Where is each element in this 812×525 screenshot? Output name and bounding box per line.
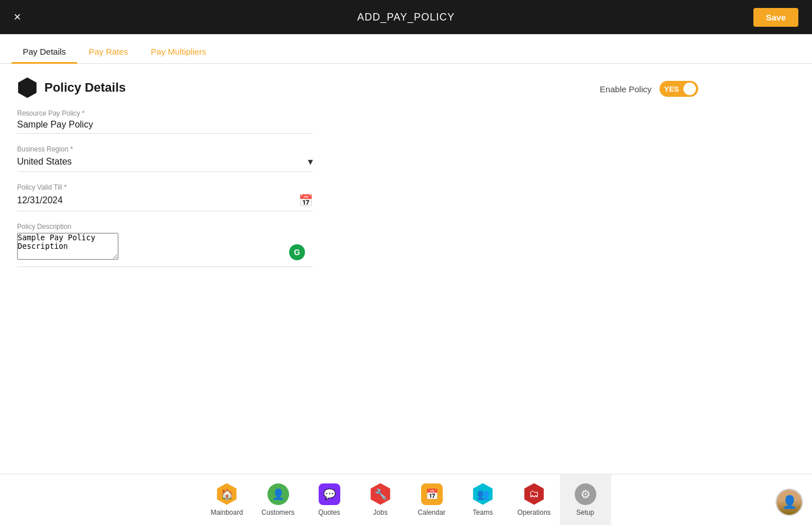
- bottom-nav: 🏠 Mainboard 👤 Customers 💬 Quotes 🔧 Jobs …: [0, 474, 812, 525]
- policy-valid-till-field: Policy Valid Till * 📅: [17, 183, 313, 211]
- enable-policy-toggle[interactable]: YES: [660, 81, 698, 97]
- nav-item-mainboard[interactable]: 🏠 Mainboard: [201, 474, 253, 526]
- teams-icon: 👥: [472, 483, 494, 505]
- nav-label-setup: Setup: [576, 508, 594, 516]
- tab-pay-details[interactable]: Pay Details: [11, 41, 77, 63]
- business-region-label: Business Region *: [17, 145, 313, 153]
- page-title: ADD_PAY_POLICY: [357, 11, 455, 23]
- enable-policy-area: Enable Policy YES: [600, 81, 698, 97]
- nav-label-operations: Operations: [517, 508, 551, 516]
- nav-item-customers[interactable]: 👤 Customers: [253, 474, 304, 526]
- grammarly-icon[interactable]: G: [289, 244, 305, 260]
- nav-label-calendar: Calendar: [418, 508, 446, 516]
- nav-item-operations[interactable]: 🗂 Operations: [509, 474, 560, 526]
- toggle-circle: [683, 83, 696, 95]
- nav-item-quotes[interactable]: 💬 Quotes: [304, 474, 355, 526]
- mainboard-icon: 🏠: [216, 483, 238, 505]
- quotes-icon: 💬: [319, 483, 340, 505]
- nav-label-customers: Customers: [261, 508, 294, 516]
- jobs-icon: 🔧: [370, 483, 391, 505]
- resource-pay-policy-value: [17, 120, 313, 134]
- resource-pay-policy-field: Resource Pay Policy *: [17, 109, 313, 134]
- save-button[interactable]: Save: [753, 8, 798, 27]
- setup-icon: ⚙: [575, 483, 596, 505]
- nav-label-jobs: Jobs: [373, 508, 388, 516]
- top-bar: × ADD_PAY_POLICY Save: [0, 0, 812, 34]
- business-region-field: Business Region * United States ▾: [17, 145, 313, 172]
- nav-item-teams[interactable]: 👥 Teams: [457, 474, 509, 526]
- policy-description-field: Policy Description G: [17, 223, 313, 267]
- policy-description-border: [17, 233, 313, 267]
- resource-pay-policy-label: Resource Pay Policy *: [17, 109, 313, 117]
- nav-label-quotes: Quotes: [318, 508, 340, 516]
- avatar-image: 👤: [777, 490, 802, 515]
- policy-valid-till-value: 📅: [17, 194, 313, 211]
- operations-icon: 🗂: [524, 483, 545, 505]
- nav-item-calendar[interactable]: 📅 Calendar: [406, 474, 457, 526]
- close-button[interactable]: ×: [14, 11, 21, 23]
- enable-policy-label: Enable Policy: [600, 84, 652, 94]
- section-hex-icon: [17, 77, 38, 98]
- toggle-yes-label: YES: [664, 85, 679, 93]
- nav-label-teams: Teams: [473, 508, 493, 516]
- business-region-dropdown-arrow[interactable]: ▾: [308, 155, 313, 168]
- policy-valid-till-label: Policy Valid Till *: [17, 183, 313, 191]
- avatar[interactable]: 👤: [776, 489, 803, 516]
- policy-description-label: Policy Description: [17, 223, 313, 231]
- resource-pay-policy-input[interactable]: [17, 120, 313, 130]
- business-region-value[interactable]: United States ▾: [17, 155, 313, 172]
- nav-item-jobs[interactable]: 🔧 Jobs: [355, 474, 406, 526]
- calendar-nav-icon: 📅: [421, 483, 443, 505]
- section-title: Policy Details: [44, 80, 126, 95]
- tab-pay-multipliers[interactable]: Pay Multipliers: [139, 41, 218, 63]
- nav-item-setup[interactable]: ⚙ Setup: [560, 474, 611, 526]
- main-content: Policy Details Enable Policy YES Resourc…: [0, 64, 812, 474]
- policy-valid-till-input[interactable]: [17, 195, 299, 206]
- policy-description-wrapper: G: [17, 233, 313, 267]
- tabs-bar: Pay Details Pay Rates Pay Multipliers: [0, 34, 812, 64]
- calendar-icon[interactable]: 📅: [299, 194, 313, 207]
- policy-description-input[interactable]: [17, 233, 118, 260]
- customers-icon: 👤: [267, 483, 289, 505]
- tab-pay-rates[interactable]: Pay Rates: [77, 41, 139, 63]
- nav-label-mainboard: Mainboard: [211, 508, 243, 516]
